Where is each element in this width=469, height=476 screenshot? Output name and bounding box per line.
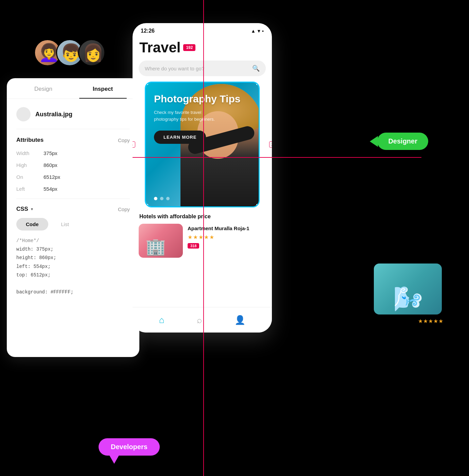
attr-on-value: 6512px bbox=[44, 174, 60, 180]
selection-handle-br[interactable] bbox=[256, 204, 260, 207]
windmill-hotel-stars: ★★★★★ bbox=[418, 318, 444, 324]
copy-button[interactable]: Copy bbox=[118, 137, 130, 143]
search-icon[interactable]: 🔍 bbox=[252, 65, 260, 72]
hotel-stars: ★★★★★ bbox=[188, 234, 266, 240]
hero-content: Photography Tips Check my favorite trave… bbox=[146, 83, 259, 206]
file-name: Australia.jpg bbox=[35, 111, 72, 118]
code-list-tabs: Code List bbox=[16, 218, 130, 231]
attributes-header: Attributes Copy bbox=[16, 137, 130, 143]
page-title: Travel bbox=[139, 39, 180, 56]
travel-title-row: Travel 192 bbox=[139, 39, 195, 56]
developers-arrow-icon bbox=[109, 454, 120, 464]
spacing-label-left: 24 bbox=[133, 141, 135, 148]
horizontal-guide-line bbox=[133, 157, 421, 158]
hero-subtitle: Check my favorite travel photography tip… bbox=[154, 109, 215, 122]
wifi-icon: ▾ bbox=[258, 28, 260, 34]
status-bar: 12:26 ▲ ▾ ▪ bbox=[133, 23, 272, 37]
dot-2[interactable] bbox=[160, 197, 163, 200]
attr-width-label: Width bbox=[16, 150, 37, 156]
developers-badge: Developers bbox=[99, 438, 160, 456]
panel-content: Australia.jpg Attributes Copy Width 375p… bbox=[7, 99, 139, 305]
attr-left-row: Left 554px bbox=[16, 186, 130, 192]
attr-width-value: 375px bbox=[44, 150, 57, 156]
file-icon bbox=[16, 107, 31, 121]
designer-label: Designer bbox=[377, 133, 428, 150]
bottom-nav: ⌂ ⌕ 👤 bbox=[133, 307, 272, 333]
inspect-panel: Design Inspect Australia.jpg Attributes … bbox=[7, 78, 139, 357]
vertical-guide-line bbox=[203, 0, 204, 476]
css-copy-button[interactable]: Copy bbox=[118, 206, 130, 212]
attr-high-label: High bbox=[16, 162, 37, 168]
learn-more-button[interactable]: LEARN MORE bbox=[154, 131, 206, 144]
tab-design[interactable]: Design bbox=[14, 78, 73, 99]
code-line-2: left: 554px; bbox=[16, 262, 130, 271]
hotel-name: Apartment Muralla Roja-1 bbox=[188, 225, 266, 232]
code-line-3: top: 6512px; bbox=[16, 271, 130, 279]
dot-3[interactable] bbox=[166, 197, 170, 200]
selection-handle-tl[interactable] bbox=[145, 82, 148, 85]
status-time: 12:26 bbox=[141, 28, 155, 34]
attr-left-label: Left bbox=[16, 186, 37, 192]
nav-search-icon[interactable]: ⌕ bbox=[197, 315, 202, 325]
notification-badge: 192 bbox=[183, 44, 195, 51]
hero-title: Photography Tips bbox=[154, 93, 250, 105]
hotels-section: Hotels with affordable price Apartment M… bbox=[133, 207, 272, 258]
selection-handle-bl[interactable] bbox=[145, 204, 148, 207]
attr-high-row: High 860px bbox=[16, 162, 130, 168]
dot-1[interactable] bbox=[154, 197, 157, 200]
search-placeholder: Where do you want to go? bbox=[145, 66, 204, 71]
css-title: CSS bbox=[16, 206, 28, 213]
panel-tabs: Design Inspect bbox=[7, 78, 139, 99]
attr-on-row: On 6512px bbox=[16, 174, 130, 180]
attr-width-row: Width 375px bbox=[16, 150, 130, 156]
spacing-label-right: 24 bbox=[269, 141, 272, 148]
status-icons: ▲ ▾ ▪ bbox=[251, 28, 264, 34]
divider bbox=[16, 199, 130, 199]
attr-left-value: 554px bbox=[44, 186, 57, 192]
attributes-title: Attributes bbox=[16, 137, 44, 143]
search-bar[interactable]: Where do you want to go? 🔍 bbox=[139, 61, 266, 76]
nav-home-icon[interactable]: ⌂ bbox=[159, 315, 164, 325]
hotels-section-title: Hotels with affordable price bbox=[133, 207, 272, 224]
hotel-card: Apartment Muralla Roja-1 ★★★★★ 318 bbox=[139, 224, 266, 258]
hotel-image bbox=[139, 224, 183, 258]
file-row: Australia.jpg bbox=[16, 107, 130, 129]
phone-header: Travel 192 bbox=[133, 37, 272, 61]
attr-high-value: 860px bbox=[44, 162, 57, 168]
code-line-5: background: #FFFFFF; bbox=[16, 288, 130, 296]
windmill-image bbox=[374, 264, 442, 314]
hotel-info: Apartment Muralla Roja-1 ★★★★★ 318 bbox=[188, 224, 266, 249]
code-line-1: height: 860px; bbox=[16, 254, 130, 262]
battery-icon: ▪ bbox=[262, 28, 264, 34]
selection-handle-tr[interactable] bbox=[256, 82, 260, 85]
code-line-0: width: 375px; bbox=[16, 245, 130, 254]
hero-dots bbox=[154, 197, 170, 200]
css-header: CSS ▾ Copy bbox=[16, 206, 130, 213]
code-block: /*Home*/ width: 375px; height: 860px; le… bbox=[16, 237, 130, 296]
designer-badge: Designer bbox=[370, 133, 428, 150]
nav-profile-icon[interactable]: 👤 bbox=[234, 315, 245, 325]
tab-code[interactable]: Code bbox=[16, 218, 48, 231]
hotel-badge: 318 bbox=[188, 243, 199, 249]
avatar bbox=[78, 39, 105, 66]
tab-inspect[interactable]: Inspect bbox=[73, 78, 133, 99]
dropdown-arrow-icon[interactable]: ▾ bbox=[31, 207, 33, 211]
hero-banner: Photography Tips Check my favorite trave… bbox=[145, 82, 260, 207]
signal-icon: ▲ bbox=[251, 28, 256, 34]
code-comment: /*Home*/ bbox=[16, 237, 130, 245]
tab-list[interactable]: List bbox=[52, 218, 79, 231]
attr-on-label: On bbox=[16, 174, 37, 180]
hero-container: Photography Tips Check my favorite trave… bbox=[139, 82, 266, 207]
phone-mockup: 12:26 ▲ ▾ ▪ Travel 192 Where do you want… bbox=[133, 23, 272, 333]
hotel-list: Apartment Muralla Roja-1 ★★★★★ 318 bbox=[133, 224, 272, 258]
developers-label: Developers bbox=[99, 438, 160, 456]
avatar-group bbox=[34, 39, 105, 66]
designer-arrow-icon bbox=[370, 136, 378, 147]
css-title-row: CSS ▾ bbox=[16, 206, 33, 213]
